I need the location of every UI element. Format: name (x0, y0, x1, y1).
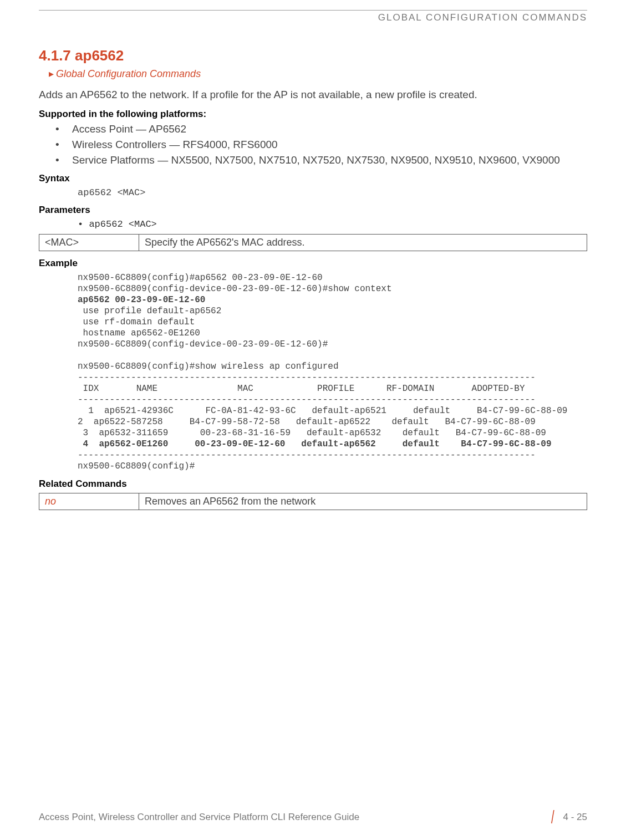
related-heading: Related Commands (39, 478, 587, 490)
parameters-heading: Parameters (39, 205, 587, 216)
supported-list: Access Point — AP6562 Wireless Controlle… (55, 123, 587, 166)
list-item: Access Point — AP6562 (55, 123, 587, 135)
param-desc: Specify the AP6562's MAC address. (139, 235, 587, 251)
page-footer: Access Point, Wireless Controller and Se… (39, 806, 587, 828)
example-code: nx9500-6C8809(config)#ap6562 00-23-09-0E… (78, 272, 587, 472)
related-table: no Removes an AP6562 from the network (39, 493, 587, 510)
page-content: 4.1.7 ap6562 ▸Global Configuration Comma… (39, 47, 587, 515)
breadcrumb-arrow-icon: ▸ (49, 68, 54, 79)
supported-heading: Supported in the following platforms: (39, 109, 587, 120)
footer-guide-title: Access Point, Wireless Controller and Se… (39, 812, 359, 823)
example-heading: Example (39, 258, 587, 269)
section-title: 4.1.7 ap6562 (39, 47, 587, 64)
top-rule (39, 10, 587, 11)
footer-page-number: 4 - 25 (563, 812, 587, 823)
list-item: Wireless Controllers — RFS4000, RFS6000 (55, 139, 587, 151)
related-desc: Removes an AP6562 from the network (139, 493, 587, 510)
param-name: <MAC> (39, 235, 139, 251)
breadcrumb[interactable]: ▸Global Configuration Commands (49, 68, 587, 80)
list-item: Service Platforms — NX5500, NX7500, NX75… (55, 154, 587, 166)
syntax-code: ap6562 <MAC> (78, 187, 587, 198)
page-header-category: GLOBAL CONFIGURATION COMMANDS (378, 12, 587, 23)
breadcrumb-text: Global Configuration Commands (56, 68, 201, 79)
footer-slash-icon: / (551, 806, 554, 828)
parameters-bullet: • ap6562 <MAC> (78, 219, 587, 230)
table-row: no Removes an AP6562 from the network (39, 493, 587, 510)
table-row: <MAC> Specify the AP6562's MAC address. (39, 235, 587, 251)
syntax-heading: Syntax (39, 173, 587, 184)
parameters-table: <MAC> Specify the AP6562's MAC address. (39, 234, 587, 251)
intro-text: Adds an AP6562 to the network. If a prof… (39, 89, 587, 101)
related-cmd[interactable]: no (39, 493, 139, 510)
